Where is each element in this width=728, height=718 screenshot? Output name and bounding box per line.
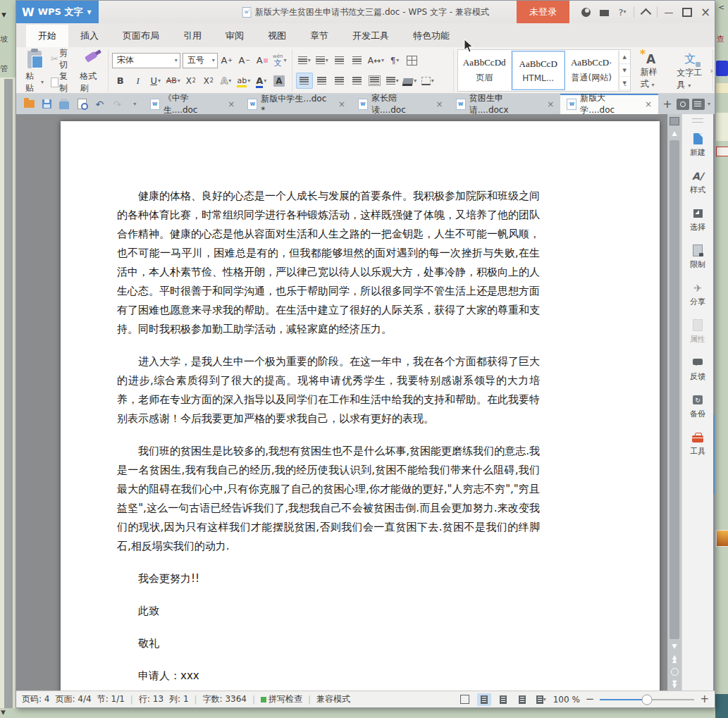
zoom-in-button[interactable]: +: [700, 694, 709, 705]
pinyin-button[interactable]: wén文▾: [271, 52, 288, 68]
paragraph[interactable]: 健康的体格、良好的心态是一个人成长与发展的首要条件。我积极参加院际和班级之间的各…: [117, 187, 540, 339]
align-right-button[interactable]: [331, 73, 348, 89]
font-name-select[interactable]: 宋体▾: [112, 53, 180, 68]
style-card-html[interactable]: AaBbCcD HTML...: [512, 51, 565, 90]
tab-references[interactable]: 引用: [171, 25, 214, 47]
borders-button[interactable]: ▾: [419, 73, 436, 89]
maximize-button[interactable]: [678, 1, 696, 23]
paragraph[interactable]: 此致: [117, 602, 540, 621]
scroll-down-button[interactable]: ▼: [667, 640, 681, 652]
redo-button[interactable]: ↷: [109, 94, 126, 114]
doc-tab-1[interactable]: w 《中学生....doc ×: [144, 94, 242, 114]
doc-tab-5-active[interactable]: w 新版大学....doc ×: [560, 94, 658, 114]
subscript-button[interactable]: X2: [200, 73, 217, 89]
sidebar-item-new[interactable]: 新建: [682, 132, 713, 158]
align-center-button[interactable]: [314, 73, 331, 89]
grow-font-button[interactable]: A+: [218, 52, 235, 68]
distribute-button[interactable]: [366, 73, 383, 89]
char-scale-button[interactable]: A↔▾: [366, 52, 385, 68]
doc-tab-3[interactable]: w 家长陪读....doc ×: [352, 94, 450, 114]
fullscreen-view-button[interactable]: [458, 693, 472, 706]
justify-button[interactable]: [349, 73, 366, 89]
quickbar-dropdown[interactable]: ▾: [126, 94, 144, 114]
outline-view-button[interactable]: [496, 693, 510, 706]
history-button[interactable]: [677, 99, 689, 110]
ribbon-expand-button[interactable]: ›: [710, 66, 713, 75]
underline-button[interactable]: U▾: [147, 73, 164, 89]
tab-list-button[interactable]: [692, 99, 705, 110]
reading-layout-icon[interactable]: [670, 117, 679, 125]
tab-review[interactable]: 审阅: [214, 25, 256, 47]
tab-home[interactable]: 开始: [26, 25, 68, 47]
status-pages[interactable]: 页面: 4/4: [56, 693, 92, 705]
status-page-code[interactable]: 页码: 4: [22, 693, 50, 705]
doc-tab-4[interactable]: w 贫困生申请....docx ×: [450, 94, 561, 114]
undo-button[interactable]: ↶: [91, 94, 109, 114]
sidebar-item-styles[interactable]: A/ 样式: [682, 170, 713, 195]
cut-button[interactable]: ✂剪切: [49, 51, 75, 67]
decrease-indent-button[interactable]: [331, 52, 348, 68]
close-tab-icon[interactable]: ×: [645, 99, 652, 109]
gallery-up-button[interactable]: ▲: [619, 51, 630, 64]
sidebar-item-feedback[interactable]: 反馈: [682, 357, 713, 382]
collapse-ribbon-button[interactable]: [636, 1, 655, 23]
sidebar-handle-icon[interactable]: [692, 118, 703, 123]
zoom-slider[interactable]: [600, 699, 694, 700]
document-page[interactable]: 健康的体格、良好的心态是一个人成长与发展的首要条件。我积极参加院际和班级之间的各…: [61, 121, 660, 691]
line-spacing-button[interactable]: ▾: [384, 73, 401, 89]
tab-developer[interactable]: 开发工具: [340, 25, 401, 47]
sidebar-item-backup[interactable]: ↻ 备份: [682, 394, 713, 419]
sidebar-item-restrict[interactable]: 限制: [682, 245, 713, 270]
print-button[interactable]: [56, 94, 73, 114]
strikethrough-button[interactable]: AB▾: [165, 73, 182, 89]
scrollbar-thumb[interactable]: [670, 140, 679, 639]
minimize-button[interactable]: —: [660, 1, 678, 23]
gallery-down-button[interactable]: ▼: [619, 64, 630, 78]
status-spellcheck[interactable]: 拼写检查: [261, 693, 302, 705]
table-layout-button[interactable]: [404, 52, 421, 68]
superscript-button[interactable]: X2: [183, 73, 199, 89]
align-left-button[interactable]: [296, 73, 313, 89]
paragraph[interactable]: 我们班的贫困生是比较多的,我想有贫困生也不是什么坏事,贫困能更磨练我们的意志.我…: [117, 442, 540, 556]
sidebar-item-select[interactable]: 选择: [682, 207, 713, 233]
close-tab-icon[interactable]: ×: [338, 99, 345, 109]
close-tab-icon[interactable]: ×: [436, 99, 443, 109]
style-card-normal-web[interactable]: AaBbCcD· 普通(网站): [565, 51, 619, 90]
zoom-level[interactable]: 100 %: [553, 695, 580, 705]
tab-insert[interactable]: 插入: [68, 25, 111, 47]
text-tool-button[interactable]: 文 文字工具 ▾: [671, 51, 709, 90]
format-painter-button[interactable]: 格式刷: [78, 74, 104, 90]
paragraph[interactable]: 我会更努力!!: [117, 569, 540, 588]
doc-tab-2[interactable]: w 新版中学生...doc * ×: [241, 94, 352, 114]
font-size-select[interactable]: 五号▾: [183, 53, 218, 68]
save-button[interactable]: [38, 94, 56, 114]
char-shading-button[interactable]: A: [271, 73, 288, 89]
next-page-button[interactable]: ▼▼: [667, 678, 681, 691]
paste-button[interactable]: 粘贴▾: [24, 74, 45, 90]
sidebar-item-tools[interactable]: 工具: [682, 431, 713, 457]
wps-app-button[interactable]: W WPS 文字 ▼: [16, 1, 99, 23]
previous-page-button[interactable]: ▲▲: [667, 652, 681, 665]
gallery-more-button[interactable]: ▼̲: [619, 77, 630, 90]
shading-button[interactable]: ▾: [402, 73, 419, 89]
tab-view[interactable]: 视图: [256, 25, 298, 47]
bullets-button[interactable]: ▾: [296, 52, 313, 68]
login-button[interactable]: 未登录: [517, 1, 569, 23]
tab-special-features[interactable]: 特色功能: [401, 25, 462, 47]
text-effects-button[interactable]: A▾: [218, 73, 235, 89]
tab-section[interactable]: 章节: [298, 25, 340, 47]
new-tab-button[interactable]: +: [658, 94, 677, 114]
community-button[interactable]: [576, 1, 595, 23]
zoom-slider-knob[interactable]: [642, 694, 653, 705]
italic-button[interactable]: I: [130, 73, 147, 89]
increase-indent-button[interactable]: [349, 52, 366, 68]
help-button[interactable]: ?▾: [613, 1, 631, 23]
web-view-button[interactable]: [515, 693, 529, 706]
skin-button[interactable]: [595, 1, 613, 23]
clear-format-button[interactable]: A: [254, 52, 271, 68]
paragraph-mark-button[interactable]: ¶▾: [386, 52, 403, 68]
bold-button[interactable]: B: [112, 73, 129, 89]
font-color-button[interactable]: A▾: [253, 73, 270, 89]
close-tab-icon[interactable]: ×: [547, 99, 554, 109]
tab-page-layout[interactable]: 页面布局: [111, 25, 171, 47]
